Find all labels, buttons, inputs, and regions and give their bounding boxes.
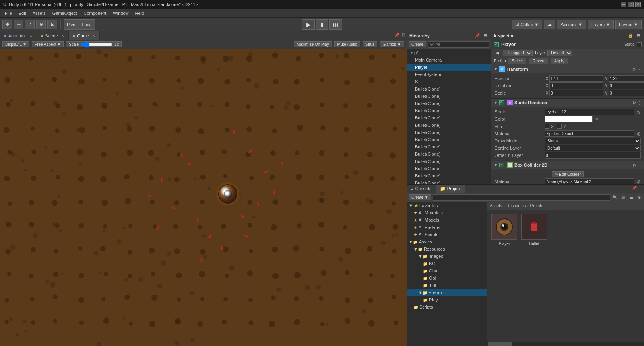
tool-rect[interactable]: ⊡ xyxy=(47,20,57,29)
inspector-lock[interactable]: 🔒 xyxy=(627,33,634,39)
hier-bullet-4[interactable]: Bullet(Clone) xyxy=(407,107,491,114)
project-pin[interactable]: 📌 xyxy=(631,185,638,191)
resources-item[interactable]: ▼ 📁 Resources xyxy=(407,245,487,253)
asset-bullet[interactable]: Bullet xyxy=(521,214,547,246)
hier-bullet-5[interactable]: Bullet(Clone) xyxy=(407,114,491,122)
hier-bullet-8[interactable]: Bullet(Clone) xyxy=(407,136,491,143)
all-prefabs[interactable]: ★ All Prefabs xyxy=(407,224,487,231)
revert-prefab-btn[interactable]: Revert xyxy=(529,58,548,64)
images-item[interactable]: ▼ 📁 Images xyxy=(407,253,487,260)
favorites-header[interactable]: ▼ ★ Favorites xyxy=(407,202,487,209)
col-view-icon[interactable]: ⊞ xyxy=(620,194,626,201)
game-close[interactable]: ✕ xyxy=(92,34,95,38)
hierarchy-menu[interactable]: ☰ xyxy=(482,33,489,39)
bg-item[interactable]: 📁 BG xyxy=(407,260,487,267)
aspect-dropdown[interactable]: Free Aspect ▼ xyxy=(32,41,64,47)
tool-move[interactable]: ✛ xyxy=(14,20,23,29)
hier-bullet-7[interactable]: Bullet(Clone) xyxy=(407,129,491,136)
collider-circle-btn[interactable]: ◎ xyxy=(637,179,641,184)
menu-file[interactable]: File xyxy=(2,10,15,16)
project-create-btn[interactable]: Create ▼ xyxy=(409,194,431,200)
hier-eventsystem[interactable]: EventSystem xyxy=(407,71,491,78)
transform-more[interactable]: ⋮ xyxy=(638,67,642,72)
layers-button[interactable]: Layers ▼ xyxy=(588,20,614,29)
project-search[interactable] xyxy=(433,194,610,201)
menu-help[interactable]: Help xyxy=(132,10,147,16)
asset-player[interactable]: Player xyxy=(491,214,517,246)
play-item[interactable]: 📁 Play xyxy=(407,296,487,303)
animator-close[interactable]: ✕ xyxy=(29,34,33,38)
mute-audio-btn[interactable]: Mute Audio xyxy=(334,41,360,47)
pos-x-input[interactable] xyxy=(549,75,603,82)
hierarchy-pin[interactable]: 📌 xyxy=(474,33,481,39)
stats-btn[interactable]: Stats xyxy=(363,41,378,47)
hier-bullet-1[interactable]: Bullet(Clone) xyxy=(407,85,491,93)
collider-more[interactable]: ⋮ xyxy=(638,163,642,167)
flip-x-checkbox[interactable] xyxy=(545,124,549,129)
menu-window[interactable]: Window xyxy=(109,10,132,16)
all-scripts[interactable]: ★ All Scripts xyxy=(407,231,487,238)
obj-item[interactable]: 📁 Obj xyxy=(407,274,487,282)
all-materials[interactable]: ★ All Materials xyxy=(407,209,487,216)
local-button[interactable]: Local xyxy=(79,20,95,29)
scroll-thumb[interactable] xyxy=(488,342,512,346)
tab-project[interactable]: 📁 Project xyxy=(436,185,465,193)
scene-close[interactable]: ✕ xyxy=(61,34,64,38)
minimize-button[interactable]: ─ xyxy=(621,2,626,7)
scale-slider[interactable] xyxy=(80,43,113,47)
menu-assets[interactable]: Assets xyxy=(29,10,49,16)
cloud-button[interactable]: ☁ xyxy=(544,20,555,29)
layout-button[interactable]: Layout ▼ xyxy=(615,20,642,29)
inspector-menu[interactable]: ☰ xyxy=(635,33,642,39)
rot-y-input[interactable] xyxy=(609,82,644,89)
assets-header[interactable]: ▼ 📁 Assets xyxy=(407,238,487,245)
tab-console[interactable]: ≡ Console xyxy=(407,185,436,193)
cha-item[interactable]: 📁 Cha xyxy=(407,267,487,274)
all-models[interactable]: ★ All Models xyxy=(407,216,487,224)
sprite-renderer-header[interactable]: ▼ ◈ Sprite Renderer ⚙ ⋮ xyxy=(491,99,644,107)
viewport-pin[interactable]: 📌 xyxy=(394,31,400,38)
sprite-settings[interactable]: ⚙ xyxy=(632,101,636,105)
select-prefab-btn[interactable]: Select xyxy=(508,58,526,64)
color-picker-btn[interactable]: ✏ xyxy=(595,117,599,122)
tool-rotate[interactable]: ↺ xyxy=(25,20,35,29)
sprite-circle-btn[interactable]: ◎ xyxy=(637,109,641,115)
collab-button[interactable]: ☑ Collab ▼ xyxy=(512,20,542,29)
edit-collider-btn[interactable]: ✏ Edit Collider xyxy=(552,171,584,177)
close-button[interactable]: ✕ xyxy=(635,2,641,7)
transform-settings[interactable]: ⚙ xyxy=(632,67,636,72)
maximize-on-play-btn[interactable]: Maximize On Play xyxy=(294,41,332,47)
scale-control[interactable]: Scale 1x xyxy=(66,41,122,47)
order-input[interactable] xyxy=(545,152,641,159)
apply-prefab-btn[interactable]: Apply xyxy=(551,58,568,64)
draw-mode-select[interactable]: Simple xyxy=(545,138,641,144)
tab-animator[interactable]: ● Animator ✕ xyxy=(0,31,37,40)
material-circle-btn[interactable]: ◎ xyxy=(637,131,641,136)
tab-scene[interactable]: ● Scene ✕ xyxy=(37,31,69,40)
sprite-more[interactable]: ⋮ xyxy=(638,101,642,105)
scale-x-input[interactable] xyxy=(549,90,603,96)
color-value[interactable] xyxy=(545,116,593,122)
project-menu[interactable]: ☰ xyxy=(638,185,644,191)
hier-bullet-13[interactable]: Bullet(Clone) xyxy=(407,172,491,179)
hier-main-camera[interactable]: Main Camera xyxy=(407,56,491,64)
layer-dropdown[interactable]: Default xyxy=(547,50,572,56)
display-dropdown[interactable]: Display 1 ▼ xyxy=(2,41,29,47)
object-enabled-checkbox[interactable] xyxy=(494,42,499,47)
maximize-button[interactable]: □ xyxy=(628,2,634,7)
static-checkbox[interactable] xyxy=(637,42,642,47)
hier-bullet-9[interactable]: Bullet(Clone) xyxy=(407,143,491,150)
hier-bullet-12[interactable]: Bullet(Clone) xyxy=(407,165,491,172)
menu-component[interactable]: Component xyxy=(80,10,109,16)
sorting-layer-select[interactable]: Default xyxy=(545,145,641,151)
search-icon[interactable]: 🔍 xyxy=(612,194,618,201)
scale-y-input[interactable] xyxy=(609,90,644,96)
box-collider-header[interactable]: ▼ ⬜ Box Collider 2D ⚙ ⋮ xyxy=(491,161,644,169)
menu-edit[interactable]: Edit xyxy=(15,10,29,16)
hier-bullet-14[interactable]: Bullet(Clone) xyxy=(407,179,491,184)
gizmos-btn[interactable]: Gizmos ▼ xyxy=(380,41,404,47)
pause-button[interactable]: ⏸ xyxy=(316,19,328,30)
menu-gameobject[interactable]: GameObject xyxy=(49,10,80,16)
rot-x-input[interactable] xyxy=(549,82,603,89)
tool-hand[interactable]: ✤ xyxy=(2,20,12,29)
